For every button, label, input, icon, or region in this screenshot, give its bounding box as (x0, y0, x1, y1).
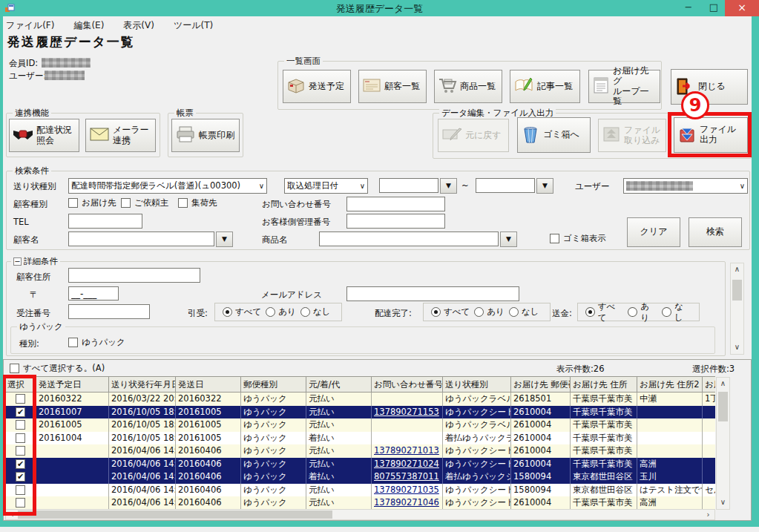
column-header-0[interactable]: 選択 (5, 377, 36, 392)
table-row-2[interactable]: 201610052016/10/05 18:120161005ゆうパック元払いゆ… (5, 418, 715, 432)
products-list-button[interactable]: 商品一覧 (434, 70, 502, 103)
inquiry-number-input[interactable] (346, 197, 445, 211)
table-hscrollbar[interactable]: ‹ › (5, 509, 715, 520)
radio-yes[interactable]: あり (474, 306, 505, 318)
row-checkbox[interactable]: ✔ (16, 459, 25, 469)
customer-address-input[interactable] (68, 268, 200, 283)
articles-list-button[interactable]: 記事一覧 (510, 70, 580, 103)
column-header-10[interactable]: お届け先 住所2 (637, 377, 703, 392)
menu-item-1[interactable]: 編集(E) (73, 19, 104, 32)
table-row-3[interactable]: 201610042016/10/05 18:020161005ゆうパック着払い着… (5, 432, 715, 445)
checkbox-pickup-site[interactable]: 集荷先 (178, 197, 217, 208)
table-row-1[interactable]: ✔201610072016/10/05 18:120161005ゆうパック元払い… (5, 406, 715, 419)
scroll-up-icon[interactable]: ∧ (731, 263, 743, 276)
table-row-0[interactable]: 201603222016/03/22 20:320160322ゆうパック元払いゆ… (5, 393, 715, 406)
checkbox-delivery-to[interactable]: お届け先 (68, 197, 116, 208)
table-vscrollbar[interactable]: ∧ ∨ (716, 377, 730, 510)
menu-item-2[interactable]: 表示(V) (123, 19, 154, 32)
inquiry-number-link[interactable]: 137890271046 (374, 497, 439, 508)
checkbox-show-trash[interactable]: ゴミ箱表示 (550, 233, 606, 244)
table-row-5[interactable]: ✔2016/04/06 14:420160406ゆうパック元払い13789027… (5, 458, 715, 471)
column-header-1[interactable]: 発送予定日 (36, 377, 109, 392)
date-from-input[interactable] (379, 178, 438, 193)
column-header-3[interactable]: 発送日 (176, 377, 241, 392)
menu-item-3[interactable]: ツール(T) (174, 19, 213, 32)
ship-schedule-button[interactable]: 発送予定 (283, 70, 351, 103)
select-all-checkbox[interactable]: すべて選択する。(A) (10, 363, 105, 374)
radio-all[interactable]: すべて (431, 306, 470, 318)
customer-name-input[interactable] (68, 231, 214, 246)
delivery-groups-list-button[interactable]: お届け先グ ループ一覧 (588, 70, 660, 103)
inquiry-number-link[interactable]: 137890271024 (374, 459, 439, 469)
mailer-link-button[interactable]: メーラー 連携 (85, 119, 156, 152)
row-checkbox[interactable] (16, 420, 25, 430)
tel-input[interactable] (68, 214, 142, 229)
column-header-8[interactable]: お届け先 郵便番 (511, 377, 571, 392)
close-window-button[interactable]: × (725, 0, 759, 16)
customer-name-dropdown-button[interactable]: ▼ (216, 231, 233, 247)
menu-item-0[interactable]: ファイル(F) (6, 19, 54, 32)
column-header-11[interactable]: お届け先 (703, 377, 715, 392)
undo-button[interactable]: 元に戻す (438, 119, 509, 152)
table-row-4[interactable]: 2016/04/06 14:420160406ゆうパック元払い137890271… (5, 444, 715, 458)
radio-no[interactable]: なし (300, 306, 331, 318)
product-name-dropdown-button[interactable]: ▼ (500, 231, 517, 247)
scroll-down-icon[interactable]: ∨ (717, 496, 729, 509)
clear-button[interactable]: クリア (627, 217, 680, 247)
invoice-type-select[interactable]: 配達時間帯指定郵便ラベル(普通)(ュ00300)∨ (68, 178, 267, 194)
date-from-dropdown-button[interactable]: ▼ (440, 178, 457, 194)
scroll-thumb[interactable] (718, 392, 728, 421)
radio-all[interactable]: すべて (585, 301, 623, 324)
detail-scrollbar[interactable]: ∧ ∨ (730, 263, 744, 355)
column-header-5[interactable]: 元/着/代 (306, 377, 372, 392)
minimize-button[interactable]: − (676, 0, 701, 16)
inquiry-number-link[interactable]: 137890271153 (374, 407, 439, 417)
column-header-7[interactable]: 送り状種別 (443, 377, 511, 392)
radio-no[interactable]: なし (509, 306, 539, 318)
order-number-input[interactable] (68, 304, 150, 319)
customers-list-button[interactable]: 顧客一覧 (358, 70, 427, 103)
radio-no[interactable]: なし (662, 301, 691, 324)
email-input[interactable] (346, 286, 519, 301)
scroll-thumb[interactable] (732, 280, 742, 301)
table-row-6[interactable]: ✔2016/04/06 14:420160406ゆうパック着払い80755738… (5, 470, 715, 484)
inquiry-number-link[interactable]: 137890271013 (374, 445, 439, 456)
radio-all[interactable]: すべて (223, 306, 261, 318)
collapse-icon[interactable]: − (13, 257, 22, 266)
delivery-status-button[interactable]: 配達状況 照会 (9, 119, 79, 152)
checkbox-client[interactable]: ご依頼主 (121, 197, 168, 208)
column-header-9[interactable]: お届け先 住所 (571, 377, 637, 392)
trash-button[interactable]: ゴミ箱へ (517, 117, 591, 153)
search-button[interactable]: 検索 (689, 217, 742, 247)
column-header-2[interactable]: 送り状発行年月日 (109, 377, 176, 392)
row-checkbox[interactable] (16, 394, 25, 404)
checkbox-yupack[interactable]: ゆうパック (68, 337, 125, 348)
user-filter-select[interactable]: ∨ (623, 178, 748, 194)
row-checkbox[interactable]: ✔ (16, 407, 25, 417)
date-filter-select[interactable]: 取込処理日付∨ (284, 178, 368, 194)
file-export-button[interactable]: ファイル 出力 (674, 117, 748, 153)
product-name-input[interactable] (319, 231, 499, 246)
date-to-dropdown-button[interactable]: ▼ (536, 178, 553, 194)
row-checkbox[interactable] (16, 485, 25, 495)
postal-input[interactable] (68, 286, 119, 301)
scroll-down-icon[interactable]: ∨ (731, 341, 743, 354)
file-import-button[interactable]: ファイル 取り込み (598, 119, 666, 152)
row-checkbox[interactable] (16, 498, 25, 508)
table-row-7[interactable]: 2016/04/06 14:420160406ゆうパック元払い137890271… (5, 484, 715, 497)
column-header-4[interactable]: 郵便種別 (241, 377, 306, 392)
row-checkbox[interactable]: ✔ (16, 472, 25, 482)
scroll-left-icon[interactable]: ‹ (6, 510, 19, 519)
column-header-6[interactable]: お問い合わせ番号 (372, 377, 443, 392)
maximize-button[interactable]: □ (701, 0, 726, 16)
inquiry-number-link[interactable]: 807557387011 (374, 471, 439, 482)
scroll-up-icon[interactable]: ∧ (717, 378, 729, 390)
radio-yes[interactable]: あり (266, 306, 296, 318)
print-report-button[interactable]: 帳票印刷 (171, 119, 240, 152)
row-checkbox[interactable] (16, 433, 25, 443)
inquiry-number-link[interactable]: 137890271035 (374, 485, 439, 495)
row-checkbox[interactable] (16, 446, 25, 456)
scroll-thumb[interactable] (18, 510, 332, 519)
date-to-input[interactable] (476, 178, 535, 193)
scroll-right-icon[interactable]: › (702, 510, 714, 519)
